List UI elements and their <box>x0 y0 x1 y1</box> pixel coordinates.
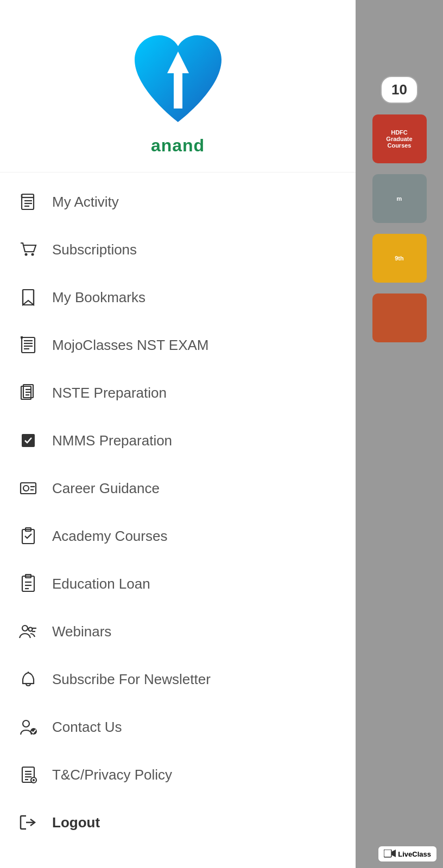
sidebar-item-label-career-guidance: Career Guidance <box>52 480 160 497</box>
svg-point-40 <box>23 720 29 727</box>
sidebar-item-tnc-privacy[interactable]: T&C/Privacy Policy <box>0 751 356 799</box>
sidebar-item-label-tnc-privacy: T&C/Privacy Policy <box>52 767 172 783</box>
svg-rect-3 <box>22 194 34 209</box>
id-card-icon <box>16 476 40 500</box>
badge-number: 10 <box>381 76 418 104</box>
sidebar-item-label-academy-courses: Academy Courses <box>52 528 167 545</box>
sidebar-item-label-education-loan: Education Loan <box>52 576 150 592</box>
sidebar-item-logout[interactable]: Logout <box>0 799 356 846</box>
logo-area: anand <box>0 0 356 173</box>
bell-icon <box>16 667 40 691</box>
svg-point-8 <box>25 253 28 256</box>
sidebar-item-webinars[interactable]: Webinars <box>0 608 356 655</box>
svg-rect-0 <box>384 850 391 857</box>
document-list-icon <box>16 381 40 405</box>
sidebar-item-subscriptions[interactable]: Subscriptions <box>0 226 356 273</box>
sidebar-item-label-subscribe-newsletter: Subscribe For Newsletter <box>52 671 211 688</box>
sidebar-item-contact-us[interactable]: Contact Us <box>0 703 356 751</box>
svg-marker-1 <box>391 850 396 857</box>
sidebar-item-nmms-preparation[interactable]: NMMS Preparation <box>0 417 356 464</box>
sidebar-item-label-nmms-preparation: NMMS Preparation <box>52 432 172 449</box>
check-square-icon <box>16 429 40 452</box>
sidebar-item-my-activity[interactable]: My Activity <box>0 178 356 226</box>
svg-rect-11 <box>23 290 34 305</box>
sidebar-item-academy-courses[interactable]: Academy Courses <box>0 512 356 560</box>
navigation-drawer: anand My Activity <box>0 0 356 868</box>
sidebar-item-label-my-bookmarks: My Bookmarks <box>52 289 145 306</box>
sidebar-item-label-subscriptions: Subscriptions <box>52 241 137 258</box>
sidebar-item-subscribe-newsletter[interactable]: Subscribe For Newsletter <box>0 655 356 703</box>
sidebar-item-label-logout: Logout <box>52 814 100 831</box>
sidebar-item-education-loan[interactable]: Education Loan <box>0 560 356 608</box>
svg-rect-12 <box>22 337 35 353</box>
bg-card-yellow: 9th <box>372 234 427 283</box>
app-logo <box>124 22 232 141</box>
book-icon <box>16 190 40 214</box>
brand-name: anand <box>151 136 205 156</box>
file-text-icon <box>16 763 40 787</box>
bg-card-orange <box>372 293 427 342</box>
sidebar-item-career-guidance[interactable]: Career Guidance <box>0 464 356 512</box>
sidebar-item-mojoclasses-nst-exam[interactable]: MojoClasses NST EXAM <box>0 321 356 369</box>
bookmark-icon <box>16 285 40 309</box>
svg-rect-17 <box>21 336 23 339</box>
svg-point-41 <box>30 728 37 735</box>
svg-point-9 <box>31 253 34 256</box>
svg-rect-10 <box>24 247 35 248</box>
svg-point-35 <box>22 626 28 631</box>
exit-icon <box>16 810 40 834</box>
svg-point-25 <box>23 486 29 491</box>
sidebar-item-label-mojoclasses-nst-exam: MojoClasses NST EXAM <box>52 337 209 354</box>
cart-icon <box>16 238 40 261</box>
sidebar-item-nste-preparation[interactable]: NSTE Preparation <box>0 369 356 417</box>
people-list-icon <box>16 620 40 643</box>
list-icon <box>16 333 40 357</box>
clipboard-check-icon <box>16 524 40 548</box>
svg-point-36 <box>29 628 33 631</box>
sidebar-item-label-contact-us: Contact Us <box>52 719 122 736</box>
person-check-icon <box>16 715 40 739</box>
bg-card-gray: m <box>372 174 427 223</box>
bg-card-hdfc: HDFCGraduateCourses <box>372 114 427 163</box>
sidebar-item-label-my-activity: My Activity <box>52 194 119 210</box>
background-content: 10 HDFCGraduateCourses m 9th LiveClass <box>356 0 443 868</box>
sidebar-item-my-bookmarks[interactable]: My Bookmarks <box>0 273 356 321</box>
menu-list: My Activity Subscriptions <box>0 173 356 868</box>
sidebar-item-label-webinars: Webinars <box>52 623 111 640</box>
sidebar-item-label-nste-preparation: NSTE Preparation <box>52 385 167 401</box>
file-list-icon <box>16 572 40 596</box>
live-class-badge: LiveClass <box>377 845 438 863</box>
